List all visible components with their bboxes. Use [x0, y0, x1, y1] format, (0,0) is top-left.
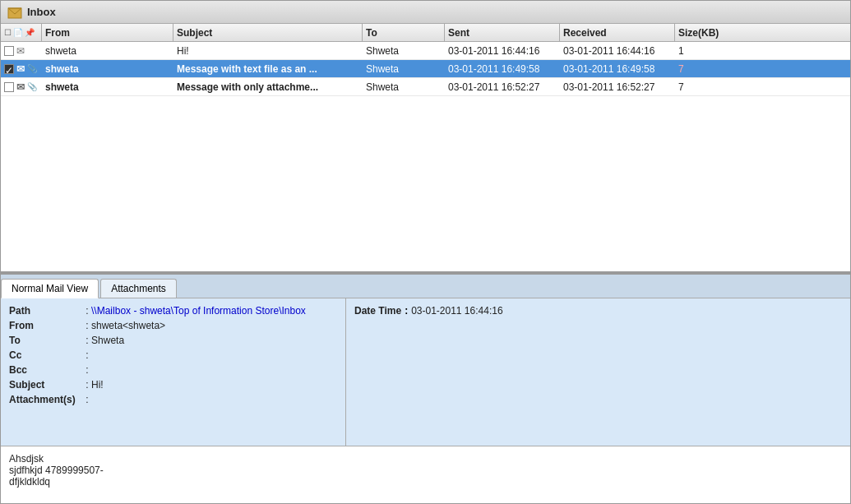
cell-to: Shweta	[363, 45, 445, 57]
cell-to: Shweta	[363, 63, 445, 75]
detail-right: Date Time : 03-01-2011 16:44:16	[346, 298, 850, 446]
subject-value: Hi!	[91, 379, 104, 391]
tab-normal[interactable]: Normal Mail View	[1, 279, 99, 298]
cell-from: shweta	[42, 81, 173, 93]
path-label: Path	[9, 305, 83, 317]
table-row[interactable]: ✓✉📎shwetaMessage with text file as an ..…	[1, 60, 850, 78]
th-check: ☐ 📄 📌	[1, 24, 42, 41]
inbox-icon	[7, 6, 22, 19]
th-size[interactable]: Size(KB)	[675, 24, 741, 41]
th-from[interactable]: From	[42, 24, 173, 41]
envelope-icon: ✉	[16, 45, 25, 57]
to-value: Shweta	[91, 335, 124, 346]
attachments-label: Attachment(s)	[9, 394, 83, 405]
envelope-icon: ✉	[16, 63, 25, 75]
message-line: dfjkldkldq	[9, 476, 842, 488]
cell-subject: Message with text file as an ...	[173, 63, 363, 75]
detail-from-row: From : shweta<shweta>	[9, 320, 337, 331]
tab-attachments[interactable]: Attachments	[100, 279, 177, 298]
message-line: Ahsdjsk	[9, 453, 842, 465]
cell-size: 7	[675, 63, 741, 75]
datetime-row: Date Time : 03-01-2011 16:44:16	[354, 305, 842, 317]
cell-sent: 03-01-2011 16:49:58	[445, 63, 560, 75]
table-header: ☐ 📄 📌 From Subject To Sent Received Size…	[1, 24, 850, 42]
row-checkbox[interactable]	[4, 82, 14, 92]
tabs-row: Normal Mail ViewAttachments	[1, 275, 850, 298]
email-list: ✉shwetaHi!Shweta03-01-2011 16:44:1603-01…	[1, 42, 850, 273]
bottom-panel: Normal Mail ViewAttachments Path : \\Mai…	[1, 273, 850, 504]
message-body: Ahsdjsksjdfhkjd 4789999507-dfjkldkldq	[1, 446, 850, 503]
page-title: Inbox	[27, 6, 56, 18]
path-colon: :	[83, 305, 91, 317]
detail-left: Path : \\Mailbox - shweta\Top of Informa…	[1, 298, 346, 446]
row-checkbox[interactable]: ✓	[4, 64, 14, 74]
cc-label: Cc	[9, 349, 83, 361]
attachments-colon: :	[83, 394, 91, 405]
th-sent[interactable]: Sent	[445, 24, 560, 41]
bcc-label: Bcc	[9, 364, 83, 376]
message-line: sjdfhkjd 4789999507-	[9, 465, 842, 476]
cell-subject: Message with only attachme...	[173, 81, 363, 93]
to-colon: :	[83, 335, 91, 346]
cell-sent: 03-01-2011 16:44:16	[445, 45, 560, 57]
cell-from: shweta	[42, 45, 173, 57]
attachment-icon: 📎	[27, 64, 37, 73]
attachment-icon: 📎	[27, 82, 37, 91]
cc-colon: :	[83, 349, 91, 361]
detail-bcc-row: Bcc :	[9, 364, 337, 376]
datetime-colon: :	[405, 305, 408, 317]
datetime-label: Date Time	[354, 305, 401, 317]
from-value: shweta<shweta>	[91, 320, 165, 331]
cell-size: 7	[675, 81, 741, 93]
path-value: \\Mailbox - shweta\Top of Information St…	[91, 305, 306, 317]
cell-received: 03-01-2011 16:44:16	[560, 45, 675, 57]
check-col: ✓✉📎	[1, 63, 42, 75]
to-label: To	[9, 335, 83, 346]
cell-received: 03-01-2011 16:49:58	[560, 63, 675, 75]
app-container: Inbox ☐ 📄 📌 From Subject To Sent Receive…	[0, 0, 851, 504]
detail-subject-row: Subject : Hi!	[9, 379, 337, 391]
th-to[interactable]: To	[363, 24, 445, 41]
check-col: ✉📎	[1, 81, 42, 93]
bcc-colon: :	[83, 364, 91, 376]
subject-label: Subject	[9, 379, 83, 391]
check-col: ✉	[1, 45, 42, 57]
subject-colon: :	[83, 379, 91, 391]
title-bar: Inbox	[1, 1, 850, 24]
row-checkbox[interactable]	[4, 46, 14, 56]
th-received[interactable]: Received	[560, 24, 675, 41]
cell-size: 1	[675, 45, 741, 57]
cell-from: shweta	[42, 63, 173, 75]
table-row[interactable]: ✉📎shwetaMessage with only attachme...Shw…	[1, 78, 850, 96]
table-row[interactable]: ✉shwetaHi!Shweta03-01-2011 16:44:1603-01…	[1, 42, 850, 60]
cell-sent: 03-01-2011 16:52:27	[445, 81, 560, 93]
from-label: From	[9, 320, 83, 331]
envelope-icon: ✉	[16, 81, 25, 93]
cell-subject: Hi!	[173, 45, 363, 57]
detail-attachments-row: Attachment(s) :	[9, 394, 337, 405]
datetime-value: 03-01-2011 16:44:16	[411, 305, 502, 317]
detail-path-row: Path : \\Mailbox - shweta\Top of Informa…	[9, 305, 337, 317]
detail-cc-row: Cc :	[9, 349, 337, 361]
cell-received: 03-01-2011 16:52:27	[560, 81, 675, 93]
th-subject[interactable]: Subject	[173, 24, 363, 41]
detail-to-row: To : Shweta	[9, 335, 337, 346]
from-colon: :	[83, 320, 91, 331]
cell-to: Shweta	[363, 81, 445, 93]
detail-split: Path : \\Mailbox - shweta\Top of Informa…	[1, 298, 850, 446]
